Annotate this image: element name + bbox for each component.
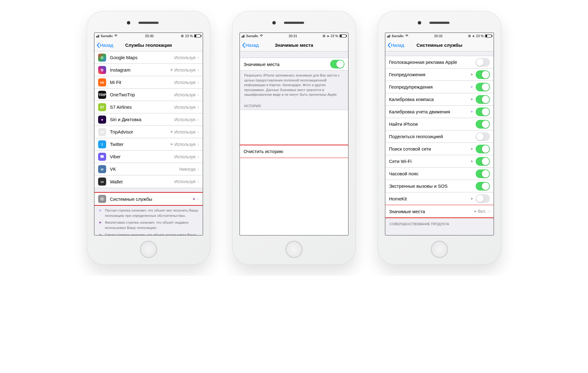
home-button[interactable] bbox=[285, 241, 303, 258]
app-row[interactable]: ◎Instagram➤Используя› bbox=[94, 64, 203, 76]
gear-icon bbox=[98, 195, 106, 203]
content-scroll[interactable]: GGoogle MapsИспользуя›◎Instagram➤Использ… bbox=[94, 51, 203, 235]
wifi-icon bbox=[114, 34, 118, 38]
legend-text: Фиолетовая стрелка означает, что объект … bbox=[105, 220, 198, 230]
app-row[interactable]: GGoogle MapsИспользуя› bbox=[94, 51, 203, 64]
toggle-switch[interactable] bbox=[476, 194, 490, 203]
service-name: Калибровка компаса bbox=[389, 97, 470, 102]
app-row[interactable]: TRIPOneTwoTripИспользуя› bbox=[94, 89, 203, 101]
app-name: OneTwoTrip bbox=[110, 92, 174, 97]
home-button[interactable] bbox=[140, 241, 157, 258]
app-permission-value: Используя bbox=[174, 117, 195, 122]
app-permission-value: Используя bbox=[174, 105, 195, 110]
toggle-switch[interactable] bbox=[476, 70, 490, 79]
phone-camera bbox=[272, 21, 276, 24]
location-arrow-icon: ➤ bbox=[470, 197, 473, 201]
status-time: 20:32 bbox=[434, 34, 443, 38]
app-icon: ▭ bbox=[98, 178, 106, 186]
toggle-switch[interactable] bbox=[330, 60, 344, 68]
app-row[interactable]: ●Siri и ДиктовкаИспользуя› bbox=[94, 113, 203, 126]
service-row[interactable]: Найти iPhone bbox=[385, 118, 494, 130]
app-permission-value: Используя bbox=[174, 80, 195, 85]
app-name: S7 Airlines bbox=[110, 104, 174, 110]
service-row[interactable]: Сети Wi-Fi➤ bbox=[385, 155, 494, 168]
chevron-right-icon: › bbox=[197, 179, 199, 184]
chevron-right-icon: › bbox=[197, 196, 199, 201]
clear-history-button[interactable]: Очистить историю bbox=[240, 145, 348, 158]
row-significant-locations-toggle[interactable]: Значимые места bbox=[240, 58, 348, 70]
wifi-icon bbox=[405, 34, 409, 38]
service-row[interactable]: Поделиться геопозицией bbox=[385, 130, 494, 143]
app-icon: ◎ bbox=[98, 66, 106, 74]
app-permission-value: Используя bbox=[174, 55, 195, 60]
app-row[interactable]: wVKНикогда› bbox=[94, 163, 203, 175]
phone-mockup-2: Билайн 20:31 ⊛ ➤ 23 % Назад Значимые мес… bbox=[232, 11, 356, 265]
toggle-switch[interactable] bbox=[476, 169, 490, 178]
service-name: Калибровка учета движения bbox=[389, 109, 470, 114]
signal-bars-icon bbox=[387, 34, 391, 37]
app-row[interactable]: ☎ViberИспользуя› bbox=[94, 151, 203, 163]
service-name: Геопредупреждения bbox=[389, 84, 470, 90]
compass-icon: ⊛ bbox=[181, 34, 184, 38]
app-row[interactable]: miMi FitИспользуя› bbox=[94, 76, 203, 89]
legend-item: ➤Фиолетовая стрелка означает, что объект… bbox=[99, 220, 198, 230]
app-permission-value: ➤Используя bbox=[170, 142, 195, 147]
service-row[interactable]: Часовой пояс bbox=[385, 168, 494, 180]
nav-back-button[interactable]: Назад bbox=[96, 42, 113, 48]
signal-bars-icon bbox=[96, 34, 100, 37]
chevron-right-icon: › bbox=[488, 209, 490, 214]
toggle-switch[interactable] bbox=[476, 120, 490, 129]
content-scroll[interactable]: Значимые места Разрешить iPhone запомина… bbox=[240, 51, 348, 235]
nav-back-label: Назад bbox=[100, 42, 113, 48]
service-row[interactable]: Калибровка компаса➤ bbox=[385, 93, 494, 106]
service-row[interactable]: Экстренные вызовы и SOS bbox=[385, 180, 494, 192]
app-name: Wallet bbox=[110, 179, 174, 184]
nav-bar: Назад Системные службы bbox=[385, 39, 494, 51]
nav-back-button[interactable]: Назад bbox=[387, 42, 404, 48]
nav-back-label: Назад bbox=[391, 42, 404, 48]
service-row[interactable]: Поиск сотовой сети➤ bbox=[385, 143, 494, 155]
location-arrow-icon: ➤ bbox=[472, 34, 475, 38]
legend-block: ➤Пустая стрелка означает, что объект мог… bbox=[94, 205, 203, 235]
service-row[interactable]: Геолокационная реклама Apple bbox=[385, 56, 494, 68]
chevron-right-icon: › bbox=[197, 142, 199, 147]
battery-percent: 23 % bbox=[331, 34, 338, 38]
app-row[interactable]: ooTripAdvisor➤Используя› bbox=[94, 126, 203, 138]
nav-back-button[interactable]: Назад bbox=[242, 42, 259, 48]
content-scroll[interactable]: Геолокационная реклама AppleГеопредложен… bbox=[385, 51, 494, 235]
battery-icon bbox=[339, 34, 346, 37]
service-name: Геолокационная реклама Apple bbox=[389, 59, 476, 65]
row-value: ➤ Вкл. bbox=[474, 209, 486, 214]
carrier-label: Билайн bbox=[392, 34, 404, 38]
app-icon: w bbox=[98, 165, 106, 173]
app-row[interactable]: ▭WalletИспользуя› bbox=[94, 175, 203, 188]
service-row[interactable]: Калибровка учета движения➤ bbox=[385, 106, 494, 118]
toggle-switch[interactable] bbox=[476, 145, 490, 153]
location-arrow-icon: ➤ bbox=[470, 85, 473, 89]
app-icon: oo bbox=[98, 128, 106, 136]
row-label: Значимые места bbox=[389, 209, 474, 214]
row-label: Очистить историю bbox=[244, 149, 344, 154]
toggle-switch[interactable] bbox=[476, 132, 490, 141]
row-significant-locations-link[interactable]: Значимые места ➤ Вкл. › bbox=[385, 205, 494, 217]
toggle-switch[interactable] bbox=[476, 182, 490, 191]
service-row[interactable]: Геопредупреждения➤ bbox=[385, 81, 494, 93]
service-row[interactable]: Геопредложения➤ bbox=[385, 68, 494, 81]
toggle-switch[interactable] bbox=[476, 95, 490, 104]
toggle-switch[interactable] bbox=[476, 58, 490, 67]
home-button[interactable] bbox=[431, 241, 448, 258]
legend-item: ➤Серая стрелка означает, что объект испо… bbox=[99, 232, 198, 235]
compass-icon: ⊛ bbox=[468, 34, 471, 38]
row-system-services[interactable]: Системные службы ➤ › bbox=[94, 193, 203, 205]
service-row[interactable]: HomeKit➤ bbox=[385, 192, 494, 205]
toggle-switch[interactable] bbox=[476, 108, 490, 116]
chevron-right-icon: › bbox=[197, 68, 199, 72]
toggle-switch[interactable] bbox=[476, 157, 490, 166]
compass-icon: ⊛ bbox=[322, 34, 326, 38]
app-row[interactable]: tTwitter➤Используя› bbox=[94, 138, 203, 151]
app-icon: TRIP bbox=[98, 91, 106, 99]
toggle-switch[interactable] bbox=[476, 83, 490, 91]
app-row[interactable]: S7S7 AirlinesИспользуя› bbox=[94, 101, 203, 113]
chevron-right-icon: › bbox=[197, 105, 199, 110]
row-label: Системные службы bbox=[110, 196, 192, 202]
